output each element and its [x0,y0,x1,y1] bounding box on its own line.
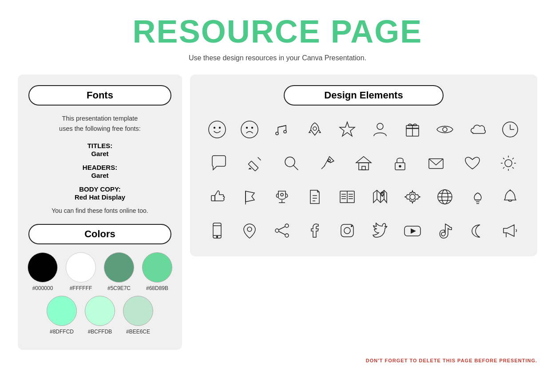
map-icon [365,182,395,212]
cloud-icon [463,114,493,145]
svg-point-42 [281,193,283,196]
color-item-green: #68D89B [142,252,172,291]
heart-icon [457,148,488,178]
svg-point-2 [219,127,220,129]
design-elements-label: Design Elements [284,85,444,106]
home-icon [349,148,379,178]
svg-line-36 [512,158,514,159]
color-item-mint3: #BEE6CE [123,296,153,335]
svg-marker-84 [503,225,514,236]
color-item-mint2: #BCFFDB [85,296,115,335]
color-swatch-mint2 [85,296,115,326]
location-pin-icon [234,216,265,246]
svg-line-8 [278,125,286,127]
star-icon [332,114,362,145]
speech-bubble-icon [204,148,234,178]
color-hex-dark-green: #5C9E7C [107,285,131,291]
gift-icon [397,114,428,145]
document-icon [300,182,330,212]
color-hex-mint1: #8DFFCD [50,329,74,335]
rocket-icon [300,114,330,145]
svg-line-35 [512,167,514,169]
svg-rect-25 [362,166,365,170]
svg-point-15 [443,127,447,132]
font-entry-headers: HEADERS: Garet [28,164,171,179]
tiktok-icon [430,216,460,246]
svg-point-80 [344,227,350,234]
font-role-headers: HEADERS: [83,164,117,171]
colors-label: Colors [28,224,171,244]
color-swatch-white [66,252,96,282]
font-entry-body: BODY COPY: Red Hat Display [28,185,171,201]
page-title: RESOURCE PAGE [18,13,537,50]
color-row-1: #000000 #FFFFFF #5C9E7C #68D89B [28,252,171,291]
trophy-icon [267,182,297,212]
svg-point-11 [377,123,383,129]
color-swatch-green [142,252,172,282]
svg-rect-19 [248,161,258,171]
fonts-description: This presentation template uses the foll… [28,114,171,134]
pushpin-icon [312,148,342,178]
page-wrapper: RESOURCE PAGE Use these design resources… [0,0,555,392]
color-hex-mint3: #BEE6CE [126,329,150,335]
svg-point-9 [313,127,317,130]
main-content: Fonts This presentation template uses th… [18,74,537,350]
lightbulb-icon [463,182,493,212]
svg-line-37 [503,167,504,169]
youtube-icon [397,216,428,246]
font-name-body: Red Hat Display [28,193,171,201]
svg-point-5 [252,127,253,129]
svg-point-81 [351,225,353,227]
color-swatch-black [28,252,58,282]
color-item-dark-green: #5C9E7C [104,252,134,291]
font-role-titles: TITLES: [87,142,113,149]
svg-point-76 [285,234,289,237]
icon-row-4 [201,216,527,246]
user-icon [365,114,395,145]
lock-icon [385,148,415,178]
svg-marker-23 [356,157,371,163]
icon-row-1 [201,114,527,145]
svg-point-27 [399,165,401,167]
svg-point-7 [284,130,286,133]
svg-point-72 [216,236,218,238]
thumbsup-icon [202,182,232,212]
eye-icon [430,114,460,145]
svg-marker-10 [340,122,355,136]
color-row-2: #8DFFCD #BCFFDB #BEE6CE [28,296,171,335]
color-item-black: #000000 [28,252,58,291]
color-swatch-mint3 [123,296,153,326]
search-icon [276,148,306,178]
svg-point-59 [410,194,415,200]
right-panel: Design Elements [190,74,537,256]
colors-section: Colors #000000 #FFFFFF #5C9E7C [28,224,171,335]
icon-row-3 [201,182,527,212]
sun-icon [493,148,523,178]
svg-point-1 [214,127,215,129]
clock-icon [495,114,525,145]
fonts-desc-line2: uses the following free fonts: [59,125,141,132]
color-swatch-dark-green [104,252,134,282]
color-hex-white: #FFFFFF [70,285,92,291]
svg-line-77 [279,227,285,230]
svg-point-29 [505,160,512,167]
flag-icon [234,182,265,212]
svg-point-4 [246,127,248,129]
svg-point-6 [276,132,278,135]
megaphone-icon [495,216,525,246]
color-hex-black: #000000 [32,285,53,291]
svg-marker-83 [411,228,416,234]
color-hex-green: #68D89B [146,285,168,291]
icons-grid [201,114,527,246]
footer-note: DON'T FORGET TO DELETE THIS PAGE BEFORE … [18,358,537,363]
svg-point-73 [247,227,252,231]
music-notes-icon [267,114,297,145]
globe-icon [430,182,460,212]
fonts-desc-line1: This presentation template [62,115,138,122]
moon-icon [463,216,493,246]
left-panel: Fonts This presentation template uses th… [18,74,182,350]
page-subtitle: Use these design resources in your Canva… [18,54,537,62]
icon-row-2 [201,148,527,178]
svg-line-21 [293,165,298,170]
font-role-body: BODY COPY: [79,185,121,193]
